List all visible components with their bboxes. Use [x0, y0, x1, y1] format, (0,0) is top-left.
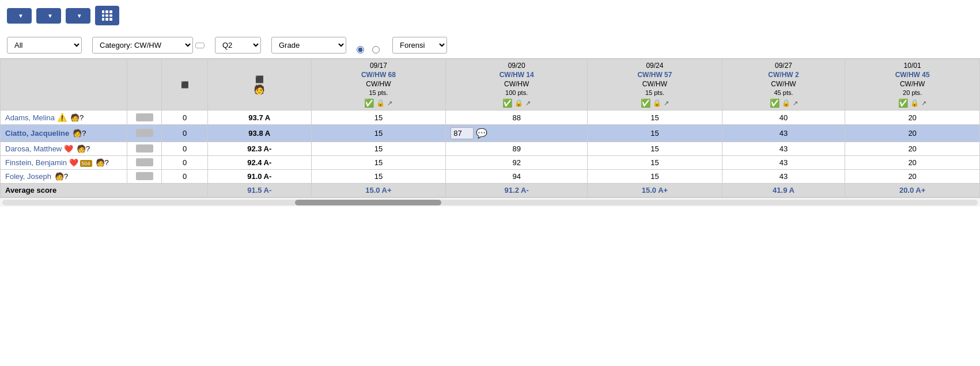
- reports-button[interactable]: ▼: [36, 8, 61, 24]
- score-editing-container: 💬: [451, 127, 582, 139]
- horizontal-scrollbar[interactable]: [0, 197, 980, 207]
- yog-cell: ____: [127, 142, 162, 156]
- check-icon-3: ✅: [770, 98, 780, 108]
- person-icon: 🧑?: [73, 129, 86, 138]
- display-select[interactable]: Grade: [271, 37, 346, 54]
- score-cell[interactable]: 20: [845, 142, 980, 156]
- scroll-thumb[interactable]: [295, 200, 441, 205]
- withdrawn-option[interactable]: [372, 46, 382, 54]
- total-score-cell[interactable]: 93.7 A: [208, 110, 312, 125]
- score-cell[interactable]: 15: [588, 142, 722, 156]
- person-icon: 🧑?: [70, 113, 84, 122]
- check-icon-0: ✅: [364, 98, 374, 108]
- score-cell[interactable]: 20: [845, 156, 980, 170]
- toolbar: ▼ ▼ ▼: [0, 0, 980, 31]
- lock-icon-4: 🔒: [910, 99, 919, 107]
- score-cell[interactable]: 15: [588, 170, 722, 184]
- score-cell[interactable]: 89: [446, 142, 588, 156]
- class-select[interactable]: Forensi: [392, 37, 447, 54]
- score-cell[interactable]: 92: [446, 156, 588, 170]
- score-cell[interactable]: 15: [588, 125, 722, 142]
- enrolled-radio[interactable]: [357, 46, 364, 54]
- total-score-cell[interactable]: 92.3 A-: [208, 142, 312, 156]
- col-header-3-top: 09/27 CW/HW 2 CW/HW 45 pts. ✅ 🔒 ↗: [722, 59, 845, 110]
- average-score-cell: 41.9 A: [722, 184, 845, 197]
- scroll-track: [2, 200, 978, 205]
- lock-icon-2: 🔒: [653, 99, 661, 107]
- filters-bar: All Category: CW/HW Q2 Grade: [0, 31, 980, 58]
- total-score-cell[interactable]: 93.8 A: [208, 125, 312, 142]
- yog-value: ____: [136, 158, 153, 166]
- check-icon-2: ✅: [641, 98, 650, 108]
- options-button[interactable]: ▼: [7, 8, 32, 24]
- student-name[interactable]: Ciatto, Jacqueline: [5, 129, 69, 138]
- score-cell[interactable]: 15: [311, 156, 446, 170]
- status-filter: [357, 44, 382, 54]
- options-caret: ▼: [18, 13, 24, 19]
- yog-cell: ____: [127, 170, 162, 184]
- score-cell[interactable]: 15: [311, 110, 446, 125]
- grade-table-wrapper: ⬛ ⬛ 🧑 09/17 CW/HW 68 CW/HW 15 pts.: [0, 58, 980, 197]
- missing-cell: 0: [162, 125, 208, 142]
- score-cell[interactable]: 43: [722, 170, 845, 184]
- yog-value: ____: [136, 129, 153, 137]
- yog-cell: ____: [127, 110, 162, 125]
- student-name[interactable]: Foley, Joseph: [5, 172, 51, 181]
- missing-cell: 0: [162, 156, 208, 170]
- person-icon: 🧑?: [77, 144, 90, 153]
- score-cell[interactable]: 15: [311, 170, 446, 184]
- check-icon-4: ✅: [898, 98, 908, 108]
- total-score-cell[interactable]: 92.4 A-: [208, 156, 312, 170]
- heart-icon: ❤️: [67, 158, 78, 167]
- missing-cell: 0: [162, 110, 208, 125]
- enrolled-option[interactable]: [357, 46, 366, 54]
- expand-icon-2: ↗: [664, 100, 669, 107]
- cwHwQ2-icon: ⬛: [255, 75, 264, 83]
- expand-icon-1: ↗: [525, 100, 531, 107]
- score-cell[interactable]: 💬: [446, 125, 588, 142]
- col-header-0-top: 09/17 CW/HW 68 CW/HW 15 pts. ✅ 🔒 ↗: [311, 59, 446, 110]
- score-cell[interactable]: 43: [722, 156, 845, 170]
- score-cell[interactable]: 15: [311, 125, 446, 142]
- grid-button[interactable]: [95, 6, 119, 25]
- missing-header: ⬛: [162, 59, 208, 110]
- grade-table: ⬛ ⬛ 🧑 09/17 CW/HW 68 CW/HW 15 pts.: [0, 59, 980, 197]
- term-select[interactable]: Q2: [215, 37, 261, 54]
- score-cell[interactable]: 15: [588, 156, 722, 170]
- total-score-cell[interactable]: 91.0 A-: [208, 170, 312, 184]
- score-cell[interactable]: 88: [446, 110, 588, 125]
- students-select[interactable]: All: [7, 37, 82, 54]
- dots-button[interactable]: [195, 43, 205, 48]
- yog-value: ____: [136, 113, 153, 121]
- comment-icon[interactable]: 💬: [476, 128, 487, 139]
- term-filter: Q2: [215, 35, 261, 54]
- name-header: [1, 59, 127, 110]
- table-row: Darosa, Matthew ❤️🧑?____092.3 A-15891543…: [1, 142, 980, 156]
- student-name-cell: Foley, Joseph🧑?: [1, 170, 127, 184]
- student-name-cell: Darosa, Matthew ❤️🧑?: [1, 142, 127, 156]
- score-cell[interactable]: 20: [845, 170, 980, 184]
- score-cell[interactable]: 40: [722, 110, 845, 125]
- header-row-1: ⬛ ⬛ 🧑 09/17 CW/HW 68 CW/HW 15 pts.: [1, 59, 980, 110]
- student-name[interactable]: Finstein, Benjamin: [5, 158, 67, 167]
- score-cell[interactable]: 20: [845, 110, 980, 125]
- col-header-4-top: 10/01 CW/HW 45 CW/HW 20 pts. ✅ 🔒 ↗: [845, 59, 980, 110]
- withdrawn-radio[interactable]: [372, 46, 380, 54]
- score-input[interactable]: [451, 127, 474, 139]
- average-total: 91.5 A-: [208, 184, 312, 197]
- yog-value: ____: [136, 172, 153, 180]
- score-cell[interactable]: 15: [311, 142, 446, 156]
- table-row: Foley, Joseph🧑?____091.0 A-1594154320: [1, 170, 980, 184]
- badge-icon: 504: [80, 160, 92, 167]
- student-name[interactable]: Darosa, Matthew: [5, 144, 62, 153]
- help-button[interactable]: ▼: [66, 8, 90, 24]
- score-cell[interactable]: 15: [588, 110, 722, 125]
- score-cell[interactable]: 43: [722, 125, 845, 142]
- score-cell[interactable]: 94: [446, 170, 588, 184]
- grade-columns-select[interactable]: Category: CW/HW: [92, 37, 193, 54]
- student-name[interactable]: Adams, Melina: [5, 113, 55, 122]
- student-name-cell: Adams, Melina ⚠️🧑?: [1, 110, 127, 125]
- score-cell[interactable]: 20: [845, 125, 980, 142]
- person-icon: 🧑?: [96, 158, 109, 167]
- score-cell[interactable]: 43: [722, 142, 845, 156]
